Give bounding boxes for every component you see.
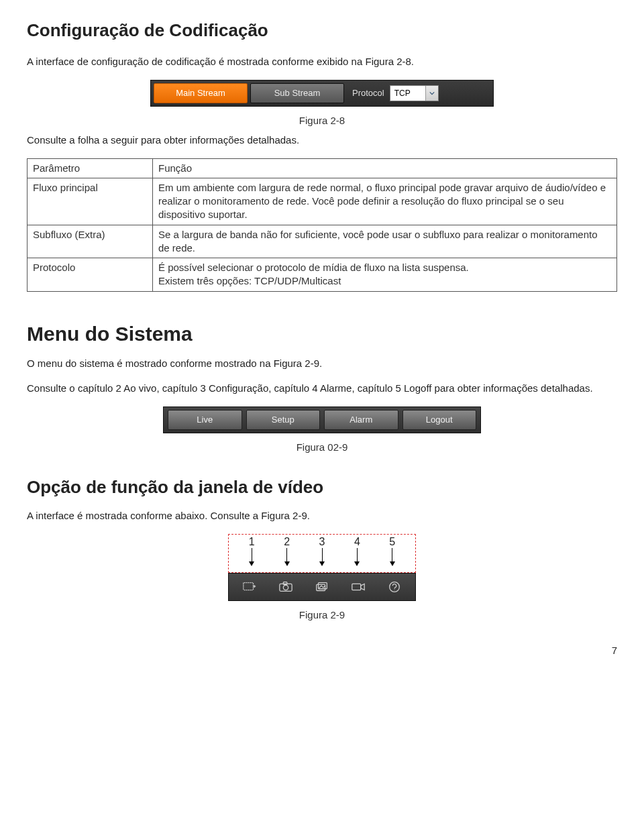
protocol-value: TCP [390,89,425,98]
chevron-down-icon [425,86,438,101]
menu-setup-button[interactable]: Setup [246,410,321,430]
figure-2-8-toolbar: Main Stream Sub Stream Protocol TCP [150,80,494,107]
menu-logout-button[interactable]: Logout [402,410,477,430]
callout-box: 1 2 3 4 5 [228,534,416,573]
section-title-video-window: Opção de função da janela de vídeo [27,477,617,498]
main-stream-tab[interactable]: Main Stream [154,83,248,103]
section-title-system-menu: Menu do Sistema [27,323,617,345]
section-title-encoding: Configuração de Codificação [27,20,617,41]
param-cell: Protocolo [28,258,153,292]
svg-rect-4 [283,582,287,584]
svg-rect-8 [352,584,361,590]
svg-point-9 [390,582,400,592]
video-function-toolbar [228,573,416,601]
snapshot-icon[interactable] [274,578,297,596]
system-menu-p2: Consulte o capítulo 2 Ao vivo, capítulo … [27,381,617,396]
table-row: Fluxo principal Em um ambiente com largu… [28,178,617,225]
func-cell: Em um ambiente com largura de rede norma… [153,178,617,225]
callout-number: 5 [389,536,395,548]
param-cell: Subfluxo (Extra) [28,225,153,258]
func-cell: Se a largura de banda não for suficiente… [153,225,617,258]
video-window-p1: A interface é mostrada conforme abaixo. … [27,508,617,523]
callout-arrow-row [234,548,410,565]
record-icon[interactable] [347,578,370,596]
svg-point-5 [283,585,288,590]
help-icon[interactable] [383,578,406,596]
func-cell: É possível selecionar o protocolo de míd… [153,258,617,292]
sub-stream-tab[interactable]: Sub Stream [250,83,344,103]
table-header-param: Parâmetro [28,158,153,178]
encoding-after-fig: Consulte a folha a seguir para obter inf… [27,133,617,148]
triple-snapshot-icon[interactable] [311,578,333,596]
encoding-param-table: Parâmetro Função Fluxo principal Em um a… [27,158,617,292]
protocol-label: Protocol [352,88,384,98]
table-row: Protocolo É possível selecionar o protoc… [28,258,617,292]
page-number: 7 [27,645,617,656]
figure-02-9-caption: Figura 02-9 [27,441,617,453]
table-header-func: Função [153,158,617,178]
figure-2-8-caption: Figura 2-8 [27,115,617,126]
figure-02-9-menu: Live Setup Alarm Logout [163,406,481,433]
callout-number: 1 [249,536,255,548]
menu-alarm-button[interactable]: Alarm [324,410,398,430]
figure-2-9-caption: Figura 2-9 [27,609,617,620]
figure-2-9-wrapper: 1 2 3 4 5 [228,534,416,601]
callout-number: 2 [284,536,290,548]
digital-zoom-icon[interactable] [238,578,261,596]
svg-rect-0 [244,582,254,590]
table-row: Subfluxo (Extra) Se a largura de banda n… [28,225,617,258]
callout-number-row: 1 2 3 4 5 [234,535,410,548]
param-cell: Fluxo principal [28,178,153,225]
callout-number: 3 [319,536,325,548]
protocol-select[interactable]: TCP [390,85,439,101]
system-menu-p1: O menu do sistema é mostrado conforme mo… [27,356,617,371]
encoding-intro: A interface de configuração de codificaç… [27,54,617,69]
callout-number: 4 [354,536,360,548]
menu-live-button[interactable]: Live [168,410,242,430]
